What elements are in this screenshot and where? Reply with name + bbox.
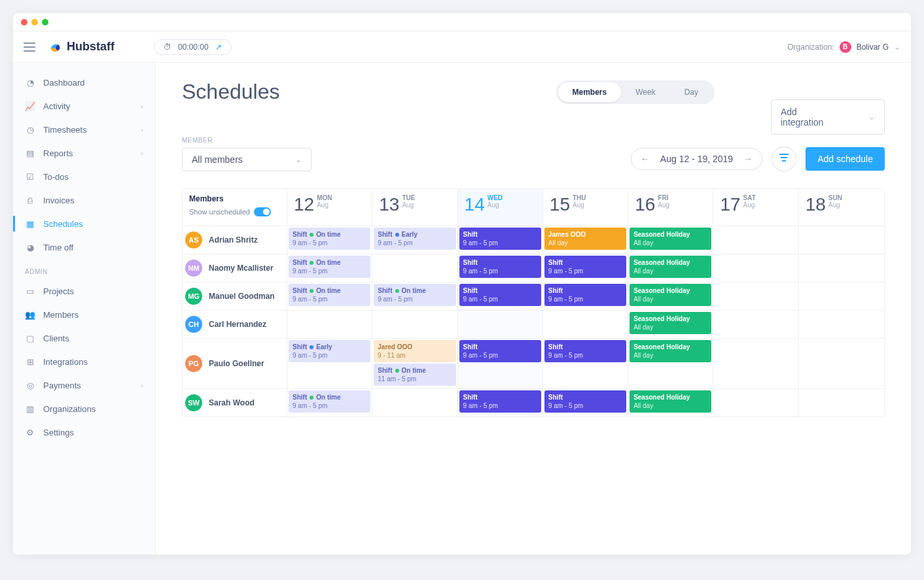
schedule-cell[interactable]: Shift Early9 am - 5 pm xyxy=(372,226,457,254)
schedule-cell[interactable]: Shift 9 am - 5 pm xyxy=(458,254,543,282)
schedule-cell[interactable] xyxy=(799,282,884,310)
member-cell[interactable]: PGPaulo Goellner xyxy=(183,339,287,388)
sidebar-item-integrations[interactable]: ⊞Integrations xyxy=(13,350,155,373)
member-filter-select[interactable]: All members ⌄ xyxy=(182,148,311,171)
schedule-cell[interactable]: Shift 9 am - 5 pm xyxy=(543,282,628,310)
menu-toggle-icon[interactable] xyxy=(24,43,35,52)
schedule-chip[interactable]: James OOO All day xyxy=(544,228,626,250)
schedule-cell[interactable] xyxy=(799,389,884,417)
schedule-cell[interactable] xyxy=(799,254,884,282)
schedule-chip[interactable]: Seasoned Holiday All day xyxy=(630,312,711,334)
sidebar-item-to-dos[interactable]: ☑To-dos xyxy=(13,165,155,188)
schedule-chip[interactable]: Shift On time9 am - 5 pm xyxy=(289,256,370,278)
sidebar-item-reports[interactable]: ▤Reports› xyxy=(13,141,155,165)
schedule-cell[interactable] xyxy=(713,339,798,388)
sidebar-item-settings[interactable]: ⚙Settings xyxy=(13,420,155,444)
schedule-cell[interactable]: Shift On time9 am - 5 pm xyxy=(287,226,372,254)
schedule-cell[interactable] xyxy=(799,311,884,338)
schedule-cell[interactable]: James OOO All day xyxy=(543,226,628,254)
member-cell[interactable]: ASAdrian Shritz xyxy=(183,226,287,254)
sidebar-item-clients[interactable]: ▢Clients xyxy=(13,326,155,350)
view-tab-week[interactable]: Week xyxy=(621,82,669,102)
schedule-cell[interactable]: Shift 9 am - 5 pm xyxy=(458,282,543,310)
sidebar-item-time-off[interactable]: ◕Time off xyxy=(13,235,155,259)
member-cell[interactable]: SWSarah Wood xyxy=(183,389,287,417)
sidebar-item-organizations[interactable]: ▥Organizations xyxy=(13,397,155,420)
schedule-cell[interactable] xyxy=(713,389,798,417)
sidebar-item-invoices[interactable]: ⎙Invoices xyxy=(13,188,155,212)
schedule-cell[interactable]: Shift 9 am - 5 pm xyxy=(543,389,628,417)
sidebar-item-activity[interactable]: 📈Activity› xyxy=(13,94,155,118)
member-cell[interactable]: CHCarl Hernandez xyxy=(183,311,287,338)
close-dot[interactable] xyxy=(21,19,27,26)
show-unscheduled-toggle[interactable] xyxy=(254,207,271,216)
schedule-chip[interactable]: Shift On time9 am - 5 pm xyxy=(374,284,455,306)
schedule-chip[interactable]: Shift On time9 am - 5 pm xyxy=(289,390,370,413)
sidebar-item-projects[interactable]: ▭Projects xyxy=(13,279,155,303)
date-range-picker[interactable]: ← Aug 12 - 19, 2019 → xyxy=(631,148,762,170)
prev-week-icon[interactable]: ← xyxy=(641,154,650,164)
schedule-chip[interactable]: Shift 9 am - 5 pm xyxy=(544,340,626,362)
member-cell[interactable]: MGManuel Goodman xyxy=(183,282,287,310)
schedule-cell[interactable] xyxy=(713,311,798,338)
sidebar-item-dashboard[interactable]: ◔Dashboard xyxy=(13,71,155,94)
schedule-cell[interactable]: Shift 9 am - 5 pm xyxy=(458,389,543,417)
schedule-cell[interactable]: Shift On time9 am - 5 pm xyxy=(287,254,372,282)
schedule-cell[interactable] xyxy=(799,339,884,388)
view-tab-members[interactable]: Members xyxy=(558,82,622,102)
schedule-cell[interactable]: Seasoned Holiday All day xyxy=(628,389,713,417)
schedule-cell[interactable]: Seasoned Holiday All day xyxy=(628,339,713,388)
schedule-cell[interactable]: Shift On time9 am - 5 pm xyxy=(287,389,372,417)
schedule-cell[interactable]: Jared OOO 9 - 11 amShift On time11 am - … xyxy=(372,339,457,388)
schedule-chip[interactable]: Shift Early9 am - 5 pm xyxy=(289,340,370,362)
schedule-cell[interactable]: Shift 9 am - 5 pm xyxy=(543,254,628,282)
next-week-icon[interactable]: → xyxy=(743,154,753,164)
brand-logo[interactable]: Hubstaff xyxy=(48,40,115,54)
schedule-chip[interactable]: Jared OOO 9 - 11 am xyxy=(374,340,455,362)
sidebar-item-schedules[interactable]: ▦Schedules xyxy=(13,212,155,235)
schedule-chip[interactable]: Shift On time9 am - 5 pm xyxy=(289,284,370,306)
schedule-cell[interactable] xyxy=(799,226,884,254)
schedule-cell[interactable] xyxy=(372,389,457,417)
schedule-cell[interactable]: Shift 9 am - 5 pm xyxy=(458,339,543,388)
schedule-chip[interactable]: Shift On time9 am - 5 pm xyxy=(289,228,370,250)
sidebar-item-payments[interactable]: ◎Payments› xyxy=(13,373,155,397)
schedule-chip[interactable]: Seasoned Holiday All day xyxy=(630,284,711,306)
schedule-cell[interactable] xyxy=(713,226,798,254)
sidebar-item-members[interactable]: 👥Members xyxy=(13,303,155,326)
schedule-chip[interactable]: Shift 9 am - 5 pm xyxy=(459,284,541,306)
schedule-chip[interactable]: Seasoned Holiday All day xyxy=(630,256,711,278)
schedule-cell[interactable]: Shift On time9 am - 5 pm xyxy=(372,282,457,310)
schedule-chip[interactable]: Seasoned Holiday All day xyxy=(630,340,711,362)
schedule-cell[interactable] xyxy=(713,282,798,310)
schedule-cell[interactable]: Shift 9 am - 5 pm xyxy=(458,226,543,254)
schedule-chip[interactable]: Shift 9 am - 5 pm xyxy=(459,228,541,250)
schedule-cell[interactable]: Seasoned Holiday All day xyxy=(628,311,713,338)
minimize-dot[interactable] xyxy=(31,19,38,26)
schedule-cell[interactable] xyxy=(713,254,798,282)
maximize-dot[interactable] xyxy=(42,19,48,26)
schedule-cell[interactable]: Seasoned Holiday All day xyxy=(628,282,713,310)
schedule-cell[interactable] xyxy=(287,311,372,338)
add-integration-select[interactable]: Add integration ⌄ xyxy=(771,99,885,135)
schedule-chip[interactable]: Shift On time11 am - 5 pm xyxy=(374,364,455,386)
schedule-chip[interactable]: Shift 9 am - 5 pm xyxy=(459,256,541,278)
schedule-chip[interactable]: Seasoned Holiday All day xyxy=(630,390,711,413)
schedule-cell[interactable]: Shift Early9 am - 5 pm xyxy=(287,339,372,388)
add-schedule-button[interactable]: Add schedule xyxy=(806,147,885,171)
schedule-chip[interactable]: Shift 9 am - 5 pm xyxy=(544,256,626,278)
schedule-cell[interactable] xyxy=(543,311,628,338)
schedule-cell[interactable]: Shift On time9 am - 5 pm xyxy=(287,282,372,310)
schedule-cell[interactable]: Shift 9 am - 5 pm xyxy=(543,339,628,388)
schedule-chip[interactable]: Shift Early9 am - 5 pm xyxy=(374,228,455,250)
schedule-cell[interactable] xyxy=(372,254,457,282)
schedule-chip[interactable]: Shift 9 am - 5 pm xyxy=(459,390,541,413)
schedule-chip[interactable]: Seasoned Holiday All day xyxy=(630,228,711,250)
schedule-cell[interactable]: Seasoned Holiday All day xyxy=(628,226,713,254)
filter-button[interactable] xyxy=(772,146,796,171)
schedule-chip[interactable]: Shift 9 am - 5 pm xyxy=(459,340,541,362)
schedule-cell[interactable] xyxy=(372,311,457,338)
member-cell[interactable]: NMNaomy Mcallister xyxy=(183,254,287,282)
schedule-cell[interactable]: Seasoned Holiday All day xyxy=(628,254,713,282)
schedule-chip[interactable]: Shift 9 am - 5 pm xyxy=(544,390,626,413)
